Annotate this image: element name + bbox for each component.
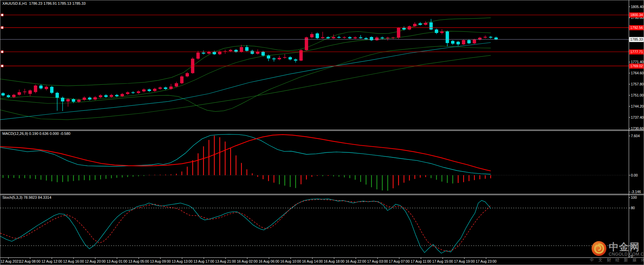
candle-body: [261, 52, 265, 56]
candle-body: [213, 52, 216, 54]
candle-body: [364, 38, 368, 39]
candle-body: [321, 37, 324, 38]
candle-body: [267, 55, 270, 59]
price-tick-label: 1744.20: [631, 104, 644, 108]
time-tick-label: 12 Aug 2021: [1, 259, 21, 263]
candle-body: [456, 42, 460, 44]
slow-ma-green-line: [0, 55, 491, 120]
candle-body: [207, 52, 211, 53]
candle-body: [283, 57, 286, 58]
candle-body: [50, 87, 53, 93]
candle-body: [202, 53, 205, 54]
candle-body: [196, 53, 200, 59]
candle-body: [462, 40, 465, 44]
candle-body: [12, 95, 15, 97]
time-tick-label: 13 Aug 13:00: [172, 259, 193, 263]
chart-canvas[interactable]: [0, 0, 644, 265]
candle-body: [77, 100, 81, 102]
candle-body: [186, 73, 189, 77]
candle-body: [278, 58, 281, 59]
candle-body: [7, 95, 10, 97]
candle-body: [418, 23, 422, 25]
time-tick-label: 12 Aug 12:00: [41, 259, 62, 263]
candle-body: [148, 89, 151, 91]
candle-body: [489, 37, 492, 38]
candle-body: [370, 37, 373, 40]
candle-body: [337, 37, 340, 38]
candle-body: [55, 93, 59, 98]
candle-body: [1, 93, 5, 96]
candle-body: [484, 37, 487, 38]
candle-body: [435, 30, 438, 33]
line-handle[interactable]: [1, 65, 3, 67]
price-tick-label: 1805.40: [631, 5, 644, 9]
candle-body: [375, 38, 378, 40]
macd-zero-label: 0.00: [631, 173, 638, 177]
candle-body: [39, 85, 43, 88]
stoch-level-label: 80: [631, 206, 635, 210]
candle-body: [354, 37, 357, 38]
candle-body: [343, 37, 346, 38]
candle-body: [99, 95, 102, 97]
candle-body: [131, 92, 135, 93]
candle-body: [169, 86, 173, 89]
candle-body: [494, 38, 498, 40]
line-handle[interactable]: [1, 51, 3, 53]
candle-body: [224, 51, 227, 51]
candle-body: [310, 34, 314, 37]
watermark-domain: CNGOLD.COM.CN: [609, 252, 644, 257]
candle-body: [446, 32, 449, 43]
candle-body: [88, 98, 91, 100]
candle-body: [408, 26, 411, 30]
candle-body: [272, 59, 276, 59]
trading-chart-window: XAUUSD.E,H1 1786.23 1786.91 1785.13 1785…: [0, 0, 644, 265]
stoch-level-label: 100: [631, 195, 637, 199]
candle-body: [93, 97, 97, 100]
candle-body: [126, 92, 129, 94]
candle-body: [240, 47, 243, 52]
candle-body: [121, 94, 124, 96]
candle-body: [380, 38, 384, 38]
level-price-badge: 1769.02: [629, 64, 644, 69]
candle-body: [386, 38, 390, 38]
line-handle[interactable]: [1, 14, 3, 16]
macd-max-label: 7.604: [631, 134, 640, 138]
candle-body: [229, 50, 232, 51]
time-tick-label: 16 Aug 06:00: [258, 259, 279, 263]
level-price-badge: 1792.56: [629, 25, 644, 30]
candle-body: [348, 37, 352, 38]
candle-body: [467, 40, 471, 43]
line-handle[interactable]: [1, 27, 3, 29]
time-tick-label: 17 Aug 11:00: [411, 259, 431, 263]
time-tick-label: 12 Aug 16:00: [63, 259, 84, 263]
candle-body: [61, 98, 64, 102]
macd-signal-line: [0, 135, 491, 171]
candle-body: [34, 85, 37, 92]
candle-body: [402, 28, 406, 30]
candle-body: [326, 37, 330, 38]
candle-body: [29, 90, 32, 94]
price-tick-label: 1730.60: [631, 126, 644, 130]
cngold-logo-icon: [591, 241, 607, 256]
candle-body: [23, 91, 27, 92]
price-tick-label: 1757.80: [631, 82, 644, 86]
slow-ma-cyan-line: [0, 43, 491, 120]
macd-indicator-label: MACD(12,26,9) 0.190 0.636 0.000 -0.580: [2, 131, 70, 136]
candle-body: [104, 95, 108, 97]
candle-body: [294, 60, 297, 61]
time-tick-label: 17 Aug 03:00: [367, 259, 388, 263]
candle-body: [17, 92, 21, 95]
price-tick-label: 1764.60: [631, 71, 644, 75]
time-tick-label: 13 Aug 09:00: [150, 259, 171, 263]
candle-body: [83, 98, 86, 100]
candle-body: [413, 24, 416, 26]
time-tick-label: 17 Aug 19:00: [454, 259, 475, 263]
candle-body: [164, 87, 167, 89]
candle-body: [137, 91, 140, 93]
candle-body: [251, 51, 254, 54]
candle-body: [72, 99, 75, 102]
time-tick-label: 17 Aug 07:00: [389, 259, 410, 263]
time-tick-label: 13 Aug 01:00: [107, 259, 127, 263]
time-tick-label: 12 Aug 20:00: [85, 259, 106, 263]
watermark-tagline: 中 文 财 经 新 媒 体: [590, 257, 644, 263]
